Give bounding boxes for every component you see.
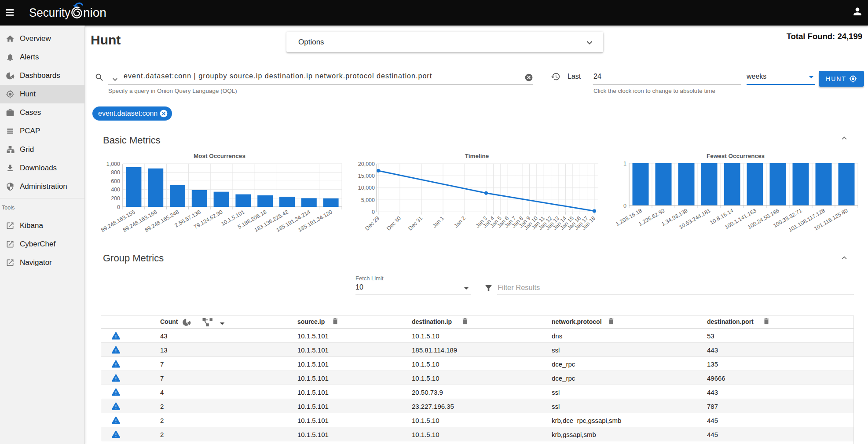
svg-text:Dec 30: Dec 30 bbox=[385, 215, 402, 232]
svg-text:800: 800 bbox=[111, 169, 120, 176]
svg-text:1,000: 1,000 bbox=[106, 161, 120, 167]
svg-text:Dec 31: Dec 31 bbox=[407, 215, 424, 232]
svg-text:Dec 29: Dec 29 bbox=[364, 215, 381, 232]
svg-text:Fewest Occurrences: Fewest Occurrences bbox=[707, 153, 765, 159]
svg-text:0: 0 bbox=[117, 204, 120, 210]
svg-text:Jan 1: Jan 1 bbox=[432, 215, 446, 229]
svg-text:15,000: 15,000 bbox=[358, 173, 375, 179]
svg-text:10,000: 10,000 bbox=[358, 185, 375, 191]
svg-text:200: 200 bbox=[111, 195, 120, 202]
svg-text:Timeline: Timeline bbox=[465, 153, 489, 159]
svg-text:20,000: 20,000 bbox=[358, 161, 375, 167]
svg-text:0: 0 bbox=[623, 203, 626, 209]
svg-text:Most Occurrences: Most Occurrences bbox=[194, 153, 245, 159]
svg-text:600: 600 bbox=[111, 178, 120, 184]
svg-text:1: 1 bbox=[623, 161, 626, 167]
svg-text:Jan 2: Jan 2 bbox=[453, 215, 467, 229]
svg-text:5,000: 5,000 bbox=[361, 197, 375, 203]
svg-text:400: 400 bbox=[111, 187, 120, 193]
svg-text:0: 0 bbox=[372, 209, 375, 215]
